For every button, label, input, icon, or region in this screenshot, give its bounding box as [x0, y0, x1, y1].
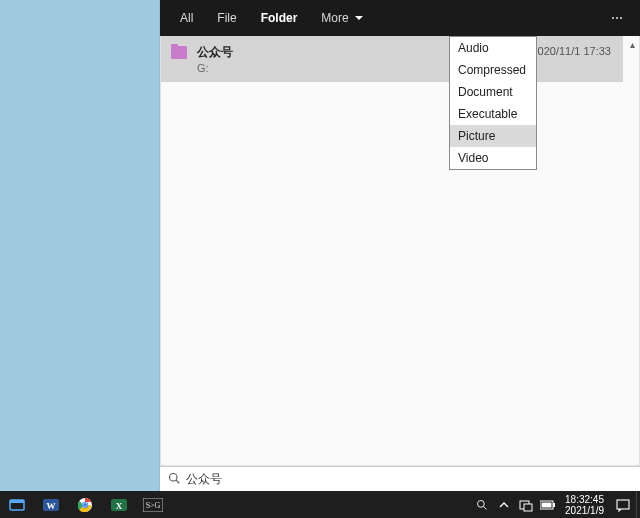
svg-rect-19: [542, 502, 552, 507]
svg-line-1: [176, 480, 179, 483]
svg-rect-3: [10, 500, 24, 503]
tray-chevron-up-icon[interactable]: [493, 491, 515, 518]
tab-folder[interactable]: Folder: [249, 0, 310, 36]
svg-point-14: [478, 500, 485, 507]
chevron-down-icon: [355, 16, 363, 20]
taskbar-excel-icon[interactable]: X: [102, 491, 136, 518]
taskbar-chrome-icon[interactable]: [68, 491, 102, 518]
svg-rect-17: [524, 504, 532, 511]
svg-point-9: [83, 503, 87, 507]
taskbar-left: W X S>G: [0, 491, 170, 518]
tab-all[interactable]: All: [168, 0, 205, 36]
dropdown-item-executable[interactable]: Executable: [450, 103, 536, 125]
taskbar-window-icon[interactable]: [0, 491, 34, 518]
toolbar: All File Folder More ⋯: [160, 0, 640, 36]
tab-more[interactable]: More: [309, 0, 374, 36]
list-item-path: G:: [197, 62, 233, 74]
notification-center-icon[interactable]: [610, 491, 636, 518]
list-item[interactable]: 公众号 G: 2020/11/1 17:33: [161, 36, 623, 83]
list-item-name: 公众号: [197, 44, 233, 61]
kebab-menu-button[interactable]: ⋯: [604, 11, 632, 25]
svg-text:X: X: [116, 501, 123, 511]
dropdown-item-audio[interactable]: Audio: [450, 37, 536, 59]
svg-point-0: [170, 473, 178, 481]
search-icon: [168, 472, 180, 487]
svg-rect-21: [617, 500, 629, 509]
taskbar-screen-recorder-icon[interactable]: S>G: [136, 491, 170, 518]
clock[interactable]: 18:32:45 2021/1/9: [559, 494, 610, 516]
svg-rect-20: [553, 503, 555, 507]
dropdown-item-picture[interactable]: Picture: [450, 125, 536, 147]
search-input[interactable]: [186, 472, 632, 486]
svg-line-15: [484, 506, 487, 509]
tray-search-icon[interactable]: [471, 491, 493, 518]
list-item-text: 公众号 G:: [197, 44, 233, 74]
app-window: All File Folder More ⋯ ▴ 公众号 G: 2020/11/…: [160, 0, 640, 491]
taskbar-word-icon[interactable]: W: [34, 491, 68, 518]
dropdown-item-compressed[interactable]: Compressed: [450, 59, 536, 81]
svg-text:S>G: S>G: [146, 501, 161, 510]
taskbar-right: 18:32:45 2021/1/9: [471, 491, 640, 518]
clock-date: 2021/1/9: [565, 505, 604, 516]
dropdown-item-video[interactable]: Video: [450, 147, 536, 169]
list-item-date: 2020/11/1 17:33: [531, 45, 611, 57]
dropdown-item-document[interactable]: Document: [450, 81, 536, 103]
svg-text:W: W: [47, 501, 56, 511]
file-list: ▴ 公众号 G: 2020/11/1 17:33: [160, 36, 640, 466]
tab-more-label: More: [321, 8, 348, 28]
folder-icon: [171, 46, 187, 59]
clock-time: 18:32:45: [565, 494, 604, 505]
scroll-up-icon[interactable]: ▴: [630, 39, 635, 50]
tab-file[interactable]: File: [205, 0, 248, 36]
more-dropdown: Audio Compressed Document Executable Pic…: [449, 36, 537, 170]
taskbar: W X S>G 18:32:45 2021/1/9: [0, 491, 640, 518]
tray-ime-icon[interactable]: [515, 491, 537, 518]
search-bar: [160, 466, 640, 491]
show-desktop-button[interactable]: [636, 491, 640, 518]
tray-battery-icon[interactable]: [537, 491, 559, 518]
